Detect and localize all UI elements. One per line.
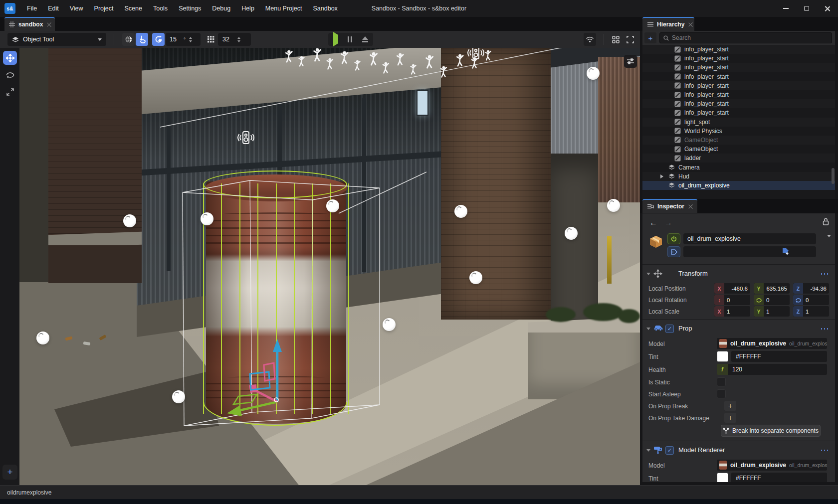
move-tool-button[interactable] bbox=[3, 51, 17, 65]
rotation-snap-spinner[interactable] bbox=[189, 37, 192, 42]
menu-file[interactable]: File bbox=[21, 0, 42, 17]
menu-debug[interactable]: Debug bbox=[207, 0, 236, 17]
close-button[interactable] bbox=[817, 0, 838, 17]
player-spawn-icon[interactable] bbox=[409, 64, 418, 75]
menu-tools[interactable]: Tools bbox=[148, 0, 173, 17]
tab-inspector[interactable]: Inspector bbox=[642, 199, 697, 213]
play-button[interactable] bbox=[333, 35, 338, 44]
add-object-button[interactable]: + bbox=[644, 32, 656, 43]
minimize-button[interactable] bbox=[775, 0, 796, 17]
add-on-prop-take-damage-button[interactable]: + bbox=[724, 413, 736, 423]
hierarchy-item-info_player_start[interactable]: info_player_start bbox=[642, 108, 835, 117]
hierarchy-item-info_player_start[interactable]: info_player_start bbox=[642, 99, 835, 108]
spawn-point-sphere[interactable] bbox=[172, 390, 185, 403]
maximize-button[interactable] bbox=[796, 0, 817, 17]
tool-mode-dropdown[interactable]: Object Tool bbox=[7, 33, 106, 46]
search-input[interactable] bbox=[672, 34, 828, 41]
hierarchy-item-info_player_start[interactable]: info_player_start bbox=[642, 81, 835, 90]
object-name-input[interactable] bbox=[683, 233, 816, 244]
model-renderer-enabled-checkbox[interactable]: ✓ bbox=[665, 446, 674, 455]
scale-tool-button[interactable] bbox=[3, 85, 17, 99]
hierarchy-item-world-physics[interactable]: World Physics bbox=[642, 127, 835, 136]
menu-scene[interactable]: Scene bbox=[119, 0, 147, 17]
spawn-point-sphere[interactable] bbox=[454, 205, 467, 218]
spawn-point-sphere[interactable] bbox=[565, 227, 578, 240]
viewport-settings-button[interactable] bbox=[624, 55, 637, 68]
hierarchy-item-gameobject[interactable]: GameObject bbox=[642, 136, 835, 145]
spawn-point-sphere[interactable] bbox=[607, 199, 620, 212]
transform-section-header[interactable]: Transform bbox=[642, 267, 835, 280]
hierarchy-item-gameobject[interactable]: GameObject bbox=[642, 145, 835, 154]
menu-view[interactable]: View bbox=[64, 0, 89, 17]
rotate-tool-button[interactable] bbox=[3, 68, 17, 82]
transform-field-z[interactable]: Z-94.36 bbox=[793, 283, 829, 294]
start-asleep-checkbox[interactable] bbox=[717, 389, 726, 398]
expand-caret[interactable] bbox=[660, 174, 663, 178]
tab-close-icon[interactable] bbox=[688, 204, 692, 209]
hierarchy-item-info_player_start[interactable]: info_player_start bbox=[642, 45, 835, 54]
chevron-down-icon[interactable] bbox=[827, 237, 831, 246]
player-spawn-icon[interactable] bbox=[368, 52, 379, 66]
model-renderer-section-header[interactable]: ✓ Model Renderer bbox=[642, 444, 835, 457]
add-on-prop-break-button[interactable]: + bbox=[724, 401, 736, 411]
tab-close-icon[interactable] bbox=[688, 22, 689, 27]
transform-field-z[interactable]: 0 bbox=[793, 295, 829, 305]
hierarchy-item-ladder[interactable]: ladder bbox=[642, 154, 835, 163]
transform-field-x[interactable]: X-460.6 bbox=[714, 283, 750, 294]
tab-sandbox[interactable]: sandbox bbox=[4, 17, 55, 31]
player-spawn-icon[interactable] bbox=[469, 57, 479, 69]
section-menu-icon[interactable] bbox=[820, 328, 828, 330]
tint-input[interactable] bbox=[731, 473, 827, 482]
model-picker[interactable]: oil_drum_explosive oil_drum_explosive. bbox=[717, 460, 827, 471]
color-swatch[interactable] bbox=[717, 351, 728, 362]
player-spawn-icon[interactable] bbox=[311, 48, 322, 62]
grid-snap-spinner[interactable] bbox=[237, 37, 240, 42]
prop-section-header[interactable]: ✓ Prop bbox=[642, 322, 835, 335]
spawn-point-sphere[interactable] bbox=[383, 318, 396, 331]
speaker-gizmo-icon[interactable] bbox=[237, 131, 254, 146]
hierarchy-item-camera[interactable]: Camera bbox=[642, 163, 835, 171]
health-input[interactable] bbox=[728, 364, 827, 375]
layout-button[interactable] bbox=[610, 33, 622, 46]
player-spawn-icon[interactable] bbox=[339, 51, 350, 64]
section-menu-icon[interactable] bbox=[820, 450, 828, 451]
player-spawn-icon[interactable] bbox=[353, 60, 362, 71]
is-static-checkbox[interactable] bbox=[717, 377, 726, 386]
enabled-toggle[interactable] bbox=[667, 233, 680, 244]
player-spawn-icon[interactable] bbox=[483, 50, 492, 61]
snap-drag-button[interactable] bbox=[136, 33, 148, 46]
network-button[interactable] bbox=[584, 33, 596, 46]
tag-button[interactable] bbox=[667, 246, 680, 257]
search-box[interactable] bbox=[659, 32, 832, 43]
menu-help[interactable]: Help bbox=[236, 0, 260, 17]
viewport-3d[interactable] bbox=[19, 48, 640, 485]
spawn-point-sphere[interactable] bbox=[326, 199, 339, 212]
rotation-snap-button[interactable] bbox=[152, 33, 165, 46]
grid-snap-field[interactable]: 32 bbox=[218, 33, 251, 46]
color-swatch[interactable] bbox=[717, 473, 728, 482]
fullscreen-button[interactable] bbox=[624, 33, 636, 46]
player-spawn-icon[interactable] bbox=[325, 58, 334, 70]
transform-field-z[interactable]: Z1 bbox=[793, 306, 829, 317]
tab-close-icon[interactable] bbox=[47, 22, 50, 27]
menu-menu-project[interactable]: Menu Project bbox=[260, 0, 308, 17]
collapse-caret[interactable] bbox=[646, 449, 650, 452]
back-button[interactable]: ← bbox=[649, 218, 657, 227]
tags-input[interactable] bbox=[683, 246, 816, 257]
hierarchy-item-hud[interactable]: Hud bbox=[642, 172, 835, 181]
spawn-point-sphere[interactable] bbox=[201, 212, 213, 225]
hierarchy-item-info_player_start[interactable]: info_player_start bbox=[642, 90, 835, 99]
menu-edit[interactable]: Edit bbox=[42, 0, 64, 17]
forward-button[interactable]: → bbox=[664, 218, 672, 227]
eject-button[interactable] bbox=[362, 36, 368, 42]
menu-settings[interactable]: Settings bbox=[173, 0, 207, 17]
menu-project[interactable]: Project bbox=[89, 0, 119, 17]
lock-icon[interactable] bbox=[823, 218, 829, 225]
section-menu-icon[interactable] bbox=[820, 273, 828, 275]
player-spawn-icon[interactable] bbox=[283, 50, 294, 63]
hierarchy-item-info_player_start[interactable]: info_player_start bbox=[642, 72, 835, 81]
spawn-point-sphere[interactable] bbox=[469, 271, 482, 284]
hierarchy-item-oil_drum_explosive[interactable]: oil_drum_explosive bbox=[642, 181, 835, 190]
spawn-point-sphere[interactable] bbox=[123, 214, 136, 227]
transform-field-x[interactable]: ↕0 bbox=[714, 295, 750, 305]
